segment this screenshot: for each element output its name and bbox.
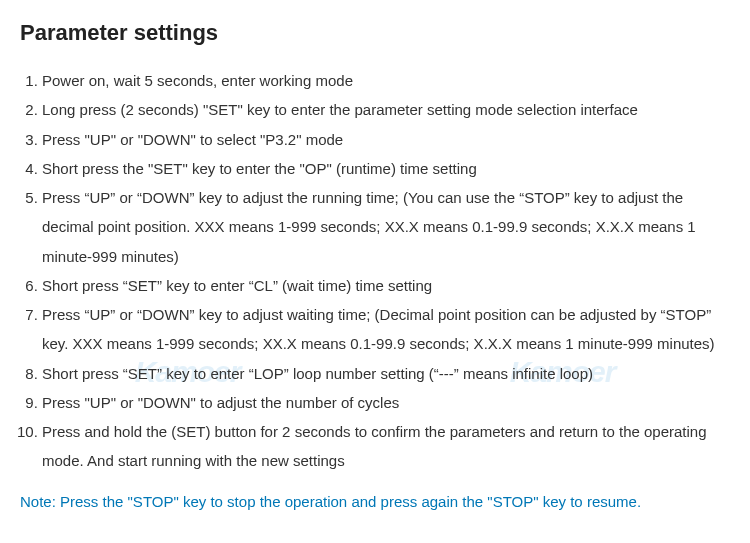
list-item: Long press (2 seconds) "SET" key to ente… — [42, 95, 730, 124]
list-item: Press “UP” or “DOWN” key to adjust the r… — [42, 183, 730, 271]
steps-list: Power on, wait 5 seconds, enter working … — [20, 66, 730, 476]
list-item: Press "UP" or "DOWN" to select "P3.2" mo… — [42, 125, 730, 154]
note-text: Note: Press the "STOP" key to stop the o… — [20, 490, 730, 514]
list-item: Power on, wait 5 seconds, enter working … — [42, 66, 730, 95]
list-item: Press “UP” or “DOWN” key to adjust waiti… — [42, 300, 730, 359]
list-item: Press and hold the (SET) button for 2 se… — [42, 417, 730, 476]
list-item: Short press “SET” key to enter “CL” (wai… — [42, 271, 730, 300]
list-item: Press "UP" or "DOWN" to adjust the numbe… — [42, 388, 730, 417]
list-item: Short press the "SET" key to enter the "… — [42, 154, 730, 183]
page-title: Parameter settings — [20, 20, 730, 46]
list-item: Short press “SET” key to enter “LOP” loo… — [42, 359, 730, 388]
